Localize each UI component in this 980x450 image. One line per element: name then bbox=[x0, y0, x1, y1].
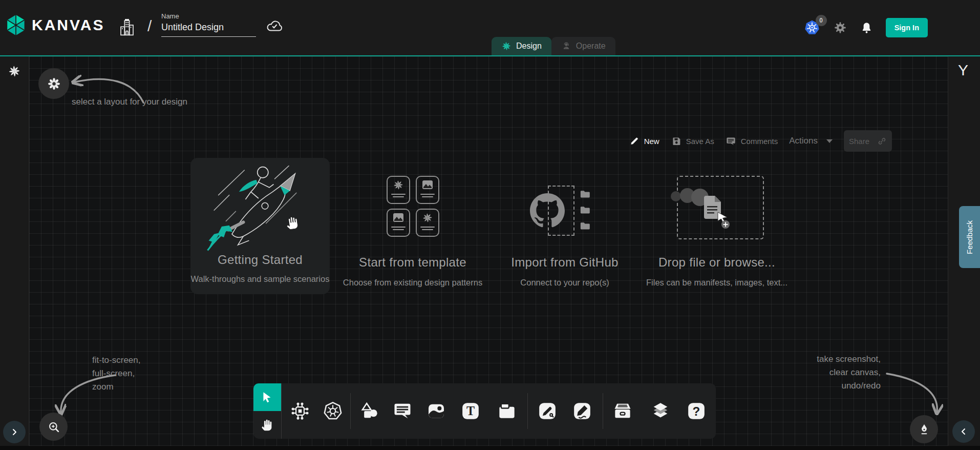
hint-arrow-zoom bbox=[50, 368, 121, 419]
note-icon bbox=[497, 401, 517, 421]
github-icon[interactable] bbox=[530, 193, 565, 228]
pan-tool-button[interactable] bbox=[253, 411, 282, 439]
folder-icon bbox=[578, 220, 593, 232]
share-button[interactable]: Share bbox=[844, 130, 892, 152]
feedback-label: Feedback bbox=[965, 220, 974, 254]
pencil-icon bbox=[629, 136, 640, 146]
gear-icon[interactable] bbox=[833, 21, 847, 35]
kubernetes-wheel-icon bbox=[323, 401, 343, 421]
template-tile bbox=[416, 176, 439, 204]
left-rail bbox=[0, 56, 29, 446]
drop-trail-circle bbox=[671, 191, 681, 201]
dock-divider bbox=[603, 393, 603, 429]
start-from-template-card[interactable] bbox=[387, 176, 439, 237]
pan-hand-icon bbox=[261, 418, 274, 432]
template-tile bbox=[416, 209, 439, 237]
canvas-toolbar: New Save As Comments bbox=[629, 130, 892, 152]
collapse-right-panel-button[interactable] bbox=[952, 420, 975, 443]
kubernetes-cluster-button[interactable]: 0 bbox=[803, 19, 821, 36]
hand-cursor-icon bbox=[284, 214, 302, 232]
app-header: KANVAS / Name bbox=[0, 0, 980, 56]
meshery-pinwheel-icon[interactable] bbox=[8, 65, 21, 78]
layers-tool-button[interactable] bbox=[649, 400, 672, 422]
repo-folders bbox=[578, 189, 593, 232]
template-subtitle: Choose from existing design patterns bbox=[336, 278, 489, 288]
bell-icon[interactable] bbox=[860, 21, 874, 35]
organization-icon[interactable] bbox=[119, 16, 135, 38]
screenshot-pen-button[interactable] bbox=[910, 415, 938, 443]
component-circuit-icon bbox=[290, 401, 310, 421]
brand-name: KANVAS bbox=[32, 16, 104, 34]
mode-tabs: Design Operate bbox=[492, 37, 615, 55]
folder-icon bbox=[578, 189, 593, 200]
comments-button[interactable]: Comments bbox=[726, 136, 778, 147]
kanvas-app: KANVAS / Name bbox=[0, 0, 980, 450]
cloud-saved-icon[interactable] bbox=[266, 18, 283, 32]
pen-tool-button[interactable] bbox=[536, 400, 559, 422]
image-thumb-icon bbox=[392, 212, 404, 223]
layout-selector-button[interactable] bbox=[38, 68, 69, 99]
svg-text:?: ? bbox=[693, 404, 700, 418]
tab-design-label: Design bbox=[516, 42, 542, 51]
drop-title[interactable]: Drop file or browse... bbox=[630, 255, 804, 270]
getting-started-card[interactable]: Getting Started Walk-throughs and sample… bbox=[190, 158, 330, 294]
hint-arrow-screenshot bbox=[877, 366, 958, 418]
template-tile bbox=[387, 209, 410, 237]
note-tool-button[interactable] bbox=[496, 400, 518, 422]
layers-icon bbox=[650, 401, 671, 421]
help-tool-button[interactable]: ? bbox=[685, 400, 708, 422]
drop-subtitle: Files can be manifests, images, text... bbox=[630, 278, 804, 288]
design-name-field: Name bbox=[161, 12, 256, 37]
svg-text:T: T bbox=[466, 404, 475, 418]
text-tool-button[interactable]: T bbox=[459, 400, 482, 422]
design-pinwheel-icon bbox=[501, 41, 512, 51]
sketch-pencil-icon bbox=[572, 401, 592, 421]
brand-logo[interactable]: KANVAS bbox=[6, 14, 104, 36]
kubernetes-tool-button[interactable] bbox=[322, 400, 344, 422]
expand-left-panel-button[interactable] bbox=[3, 421, 26, 443]
tab-operate[interactable]: Operate bbox=[551, 37, 615, 55]
chevron-right-icon bbox=[10, 428, 18, 436]
catalog-tool-button[interactable] bbox=[611, 400, 634, 422]
select-tool-button[interactable] bbox=[253, 383, 282, 411]
image-icon bbox=[426, 401, 446, 421]
pattern-pinwheel-icon bbox=[393, 179, 404, 191]
tab-design[interactable]: Design bbox=[492, 37, 551, 55]
rocket-illustration bbox=[196, 160, 324, 255]
cluster-count-badge: 0 bbox=[816, 15, 827, 26]
pattern-pinwheel-icon bbox=[422, 212, 433, 223]
actions-dropdown[interactable]: Actions bbox=[789, 136, 833, 146]
github-subtitle: Connect to your repo(s) bbox=[483, 278, 647, 288]
caret-down-icon bbox=[826, 139, 833, 143]
component-tool-button[interactable] bbox=[289, 400, 311, 422]
floppy-save-icon bbox=[671, 136, 681, 147]
catalog-drawer-icon bbox=[612, 401, 633, 421]
name-label: Name bbox=[161, 12, 256, 20]
zoom-button[interactable] bbox=[39, 413, 68, 441]
tab-operate-label: Operate bbox=[576, 42, 606, 51]
comment-tool-button[interactable] bbox=[391, 400, 414, 422]
comment-icon bbox=[392, 401, 413, 421]
shapes-tool-button[interactable] bbox=[358, 400, 381, 422]
design-canvas[interactable]: New Save As Comments bbox=[29, 56, 948, 446]
y-handle-glyph[interactable]: Y bbox=[958, 62, 968, 79]
help-icon: ? bbox=[686, 401, 707, 421]
comments-bubble-icon bbox=[726, 136, 736, 147]
screenshot-hint-text: take screenshot, clear canvas, undo/redo bbox=[817, 353, 881, 393]
getting-started-subtitle: Walk-throughs and sample scenarios bbox=[190, 274, 330, 284]
template-title[interactable]: Start from template bbox=[336, 255, 489, 270]
tool-dock: T bbox=[253, 383, 716, 439]
dock-divider bbox=[527, 393, 528, 429]
shapes-icon bbox=[359, 401, 380, 421]
new-button[interactable]: New bbox=[629, 136, 659, 146]
feedback-tab[interactable]: Feedback bbox=[959, 206, 980, 268]
image-tool-button[interactable] bbox=[425, 400, 448, 422]
github-title[interactable]: Import from GitHub bbox=[483, 255, 647, 270]
breadcrumb-separator: / bbox=[147, 17, 152, 35]
design-name-input[interactable] bbox=[161, 22, 256, 37]
image-thumb-icon bbox=[421, 179, 434, 191]
sign-in-button[interactable]: Sign In bbox=[886, 18, 928, 37]
sketch-tool-button[interactable] bbox=[571, 400, 593, 422]
save-as-button[interactable]: Save As bbox=[671, 136, 714, 147]
template-tile bbox=[387, 176, 410, 204]
